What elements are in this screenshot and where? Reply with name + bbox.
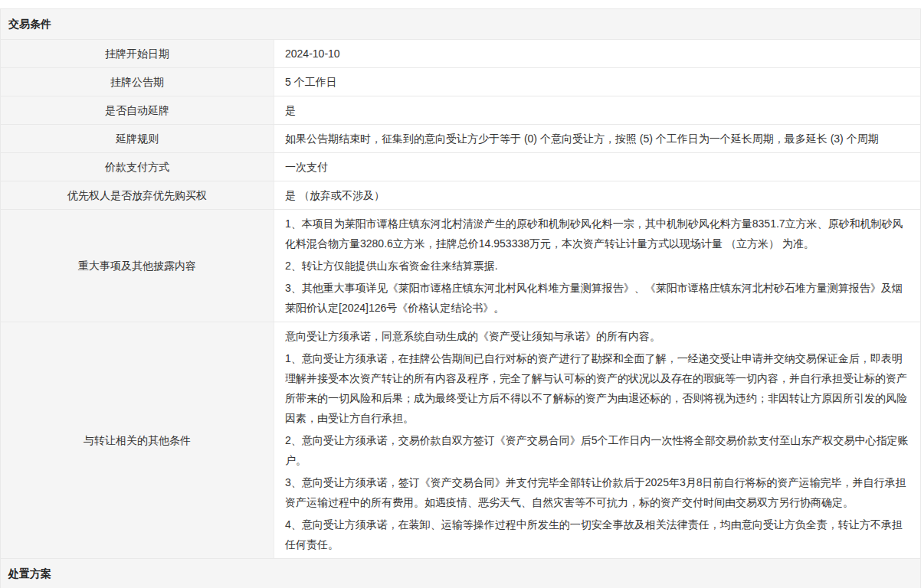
- value-paragraph: 如果公告期结束时，征集到的意向受让方少于等于 (0) 个意向受让方，按照 (5)…: [285, 129, 910, 149]
- field-label: 是否自动延牌: [1, 96, 274, 124]
- field-row: 挂牌开始日期2024-10-10: [1, 40, 920, 68]
- field-row: 是否自动延牌是: [1, 96, 920, 125]
- value-paragraph: 意向受让方须承诺，同意系统自动生成的《资产受让须知与承诺》的所有内容。: [285, 326, 910, 346]
- section-header: 交易条件: [1, 9, 920, 40]
- field-row: 价款支付方式一次支付: [1, 153, 920, 181]
- section-header: 处置方案: [1, 559, 920, 588]
- field-label: 与转让相关的其他条件: [1, 322, 274, 558]
- value-paragraph: 5 个工作日: [285, 72, 910, 92]
- listing-detail-table: 交易条件挂牌开始日期2024-10-10挂牌公告期5 个工作日是否自动延牌是延牌…: [0, 8, 921, 588]
- field-value: 1、本项目为莱阳市谭格庄镇东河北村清淤产生的原砂和机制砂风化料一宗，其中机制砂风…: [274, 210, 920, 322]
- value-paragraph: 3、其他重大事项详见《莱阳市谭格庄镇东河北村风化料堆方量测算报告》、《莱阳市谭格…: [285, 278, 910, 318]
- field-value: 是: [274, 96, 920, 124]
- field-label: 优先权人是否放弃优先购买权: [1, 181, 274, 209]
- value-paragraph: 是 （放弃或不涉及）: [285, 185, 910, 205]
- field-row: 重大事项及其他披露内容1、本项目为莱阳市谭格庄镇东河北村清淤产生的原砂和机制砂风…: [1, 210, 920, 322]
- value-paragraph: 1、本项目为莱阳市谭格庄镇东河北村清淤产生的原砂和机制砂风化料一宗，其中机制砂风…: [285, 214, 910, 253]
- value-paragraph: 一次支付: [285, 157, 910, 177]
- value-paragraph: 3、意向受让方须承诺，签订《资产交易合同》并支付完毕全部转让价款后于2025年3…: [285, 472, 910, 512]
- field-value: 如果公告期结束时，征集到的意向受让方少于等于 (0) 个意向受让方，按照 (5)…: [274, 125, 920, 152]
- field-row: 延牌规则如果公告期结束时，征集到的意向受让方少于等于 (0) 个意向受让方，按照…: [1, 125, 920, 153]
- field-label: 延牌规则: [1, 125, 274, 152]
- value-paragraph: 4、意向受让方须承诺，在装卸、运输等操作过程中所发生的一切安全事故及相关法律责任…: [285, 514, 910, 554]
- value-paragraph: 2024-10-10: [285, 44, 910, 64]
- field-label: 价款支付方式: [1, 153, 274, 181]
- field-value: 一次支付: [274, 153, 920, 181]
- field-label: 挂牌开始日期: [1, 40, 274, 67]
- field-value: 2024-10-10: [274, 40, 920, 67]
- field-row: 与转让相关的其他条件意向受让方须承诺，同意系统自动生成的《资产受让须知与承诺》的…: [1, 322, 920, 559]
- value-paragraph: 2、转让方仅能提供山东省资金往来结算票据.: [285, 256, 910, 276]
- field-value: 是 （放弃或不涉及）: [274, 181, 920, 209]
- value-paragraph: 2、意向受让方须承诺，交易价款自双方签订《资产交易合同》后5个工作日内一次性将全…: [285, 430, 910, 470]
- field-label: 重大事项及其他披露内容: [1, 210, 274, 322]
- field-value: 5 个工作日: [274, 68, 920, 96]
- value-paragraph: 是: [285, 100, 910, 120]
- field-label: 挂牌公告期: [1, 68, 274, 96]
- value-paragraph: 1、意向受让方须承诺，在挂牌公告期间已自行对标的资产进行了勘探和全面了解，一经递…: [285, 348, 910, 428]
- field-row: 优先权人是否放弃优先购买权是 （放弃或不涉及）: [1, 181, 920, 210]
- field-row: 挂牌公告期5 个工作日: [1, 68, 920, 96]
- field-value: 意向受让方须承诺，同意系统自动生成的《资产受让须知与承诺》的所有内容。1、意向受…: [274, 322, 920, 558]
